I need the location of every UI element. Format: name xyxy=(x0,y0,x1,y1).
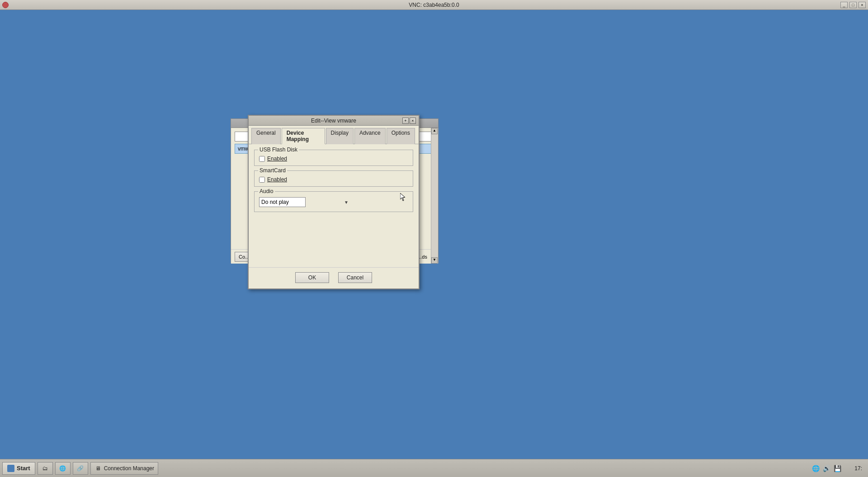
usb-group-label: USB Flash Disk xyxy=(258,146,299,153)
connection-manager-icon: 🖥 xyxy=(94,465,102,472)
taskbar: Start 🗂 🌐 🔗 🖥 Connection Manager 🌐 🔊 💾 1… xyxy=(0,459,868,477)
usb-enabled-checkbox[interactable] xyxy=(259,156,265,162)
start-button[interactable]: Start xyxy=(2,462,35,475)
browser-icon: 🌐 xyxy=(59,465,66,472)
taskbar-connection-manager[interactable]: 🖥 Connection Manager xyxy=(90,462,158,475)
select-arrow-icon: ▼ xyxy=(344,200,349,205)
edit-view-dialog: Edit--View vmware + × General Device Map… xyxy=(248,115,420,289)
tab-device-mapping[interactable]: Device Mapping xyxy=(282,128,325,144)
usb-enabled-label[interactable]: Enabled xyxy=(267,156,287,162)
scrollbar-up[interactable]: ▲ xyxy=(431,128,438,134)
dialog-empty-area xyxy=(254,217,413,262)
tray-usb-icon[interactable]: 💾 xyxy=(833,464,841,472)
smartcard-enabled-row: Enabled xyxy=(259,176,408,183)
titlebar-title: VNC: c3ab4ea5b:0.0 xyxy=(409,2,459,8)
start-label: Start xyxy=(17,465,30,472)
audio-group-label: Audio xyxy=(258,188,275,194)
dialog-maximize-btn[interactable]: + xyxy=(402,118,409,124)
dialog-titlebar: Edit--View vmware + × xyxy=(249,116,419,126)
audio-select-row: Do not play Play on client Play on serve… xyxy=(259,197,408,207)
time-display: 17: xyxy=(844,465,862,472)
tray-network-icon[interactable]: 🌐 xyxy=(811,464,820,472)
smartcard-group-label: SmartCard xyxy=(258,167,287,174)
audio-group: Audio Do not play Play on client Play on… xyxy=(254,191,413,212)
titlebar-close-btn[interactable] xyxy=(2,2,9,8)
titlebar-controls: _ □ × xyxy=(840,2,866,8)
smartcard-enabled-checkbox[interactable] xyxy=(259,177,265,183)
dialog-titlebar-buttons: + × xyxy=(402,118,416,124)
filemanager-icon: 🗂 xyxy=(42,465,49,472)
taskbar-tray: 🌐 🔊 💾 17: xyxy=(811,464,866,472)
smartcard-enabled-label[interactable]: Enabled xyxy=(267,176,287,183)
dialog-footer: OK Cancel xyxy=(249,267,419,288)
tray-audio-icon[interactable]: 🔊 xyxy=(822,464,830,472)
desktop: vmware ▲ ▼ Co... ...ds Edit--View vmware… xyxy=(0,10,868,459)
scrollbar-down[interactable]: ▼ xyxy=(431,257,438,264)
dialog-close-btn[interactable]: × xyxy=(410,118,416,124)
cancel-button[interactable]: Cancel xyxy=(338,272,372,283)
tab-advance[interactable]: Advance xyxy=(354,128,386,144)
audio-select-wrapper: Do not play Play on client Play on serve… xyxy=(259,197,349,207)
taskbar-browser[interactable]: 🌐 xyxy=(55,462,71,475)
usb-enabled-row: Enabled xyxy=(259,156,408,162)
dialog-body: USB Flash Disk Enabled SmartCard Enabled… xyxy=(249,144,419,267)
titlebar-maximize[interactable]: □ xyxy=(849,2,857,8)
titlebar-close[interactable]: × xyxy=(859,2,866,8)
tab-general[interactable]: General xyxy=(251,128,281,144)
ok-button[interactable]: OK xyxy=(295,272,329,283)
smartcard-group: SmartCard Enabled xyxy=(254,170,413,187)
dialog-title: Edit--View vmware xyxy=(311,118,356,124)
audio-select[interactable]: Do not play Play on client Play on serve… xyxy=(259,197,306,207)
usb-flash-disk-group: USB Flash Disk Enabled xyxy=(254,150,413,166)
tab-options[interactable]: Options xyxy=(387,128,415,144)
tab-display[interactable]: Display xyxy=(326,128,354,144)
tab-bar: General Device Mapping Display Advance O… xyxy=(249,126,419,144)
network-icon: 🔗 xyxy=(77,465,84,472)
main-titlebar: VNC: c3ab4ea5b:0.0 _ □ × xyxy=(0,0,868,10)
connection-manager-label: Connection Manager xyxy=(104,465,154,472)
taskbar-filemanager[interactable]: 🗂 xyxy=(38,462,53,475)
start-icon xyxy=(7,465,14,472)
taskbar-network[interactable]: 🔗 xyxy=(73,462,88,475)
titlebar-minimize[interactable]: _ xyxy=(840,2,848,8)
